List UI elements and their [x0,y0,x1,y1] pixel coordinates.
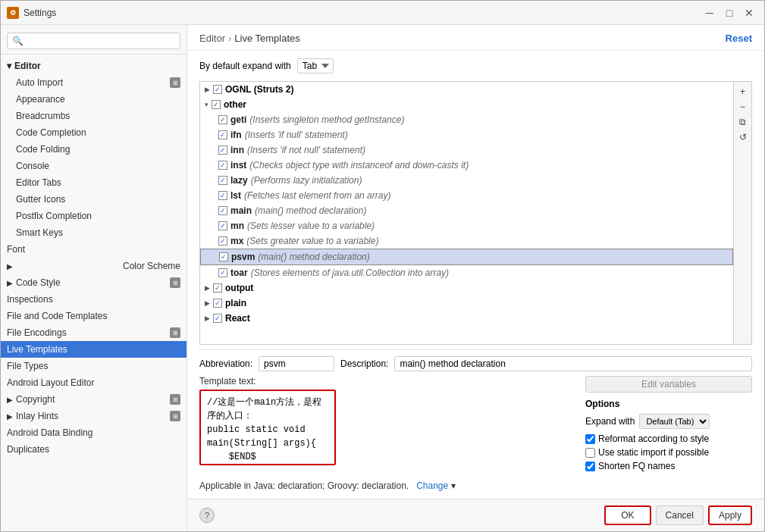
sidebar-item-breadcrumbs[interactable]: Breadcrumbs [1,108,187,124]
ognl-checkbox[interactable] [213,85,222,94]
mn-checkbox[interactable] [218,221,227,230]
minimize-button[interactable]: ─ [701,4,719,22]
group-output[interactable]: ▶ output [200,280,733,296]
plain-checkbox[interactable] [213,299,222,308]
help-button[interactable]: ? [199,508,215,523]
sidebar-item-auto-import[interactable]: Auto Import ⊞ [1,74,187,91]
sidebar-item-color-scheme[interactable]: ▶ Color Scheme [1,258,187,274]
other-checkbox[interactable] [212,100,221,109]
description-input[interactable] [394,356,752,371]
abbreviation-input[interactable] [259,356,334,371]
add-template-button[interactable]: + [736,85,750,99]
change-arrow: ▾ [451,480,456,491]
template-main[interactable]: main (main() method declaration) [200,203,733,218]
reset-button[interactable]: Reset [726,33,752,44]
apply-button[interactable]: Apply [708,505,752,525]
toar-checkbox[interactable] [218,268,227,277]
sidebar-item-duplicates[interactable]: Duplicates [1,441,187,458]
templates-list[interactable]: ▶ OGNL (Struts 2) ▾ other [199,81,734,345]
sidebar-item-file-encodings[interactable]: File Encodings ⊞ [1,324,187,341]
inlay-hints-icon: ⊞ [170,411,180,421]
psvm-checkbox[interactable] [219,252,228,261]
template-inn[interactable]: inn (Inserts 'if not null' statement) [200,142,733,158]
output-arrow: ▶ [205,284,210,292]
code-style-icon: ⊞ [170,277,180,288]
ifn-checkbox[interactable] [218,130,227,139]
template-mx[interactable]: mx (Sets greater value to a variable) [200,233,733,249]
template-geti[interactable]: geti (Inserts singleton method getInstan… [200,112,733,127]
close-button[interactable]: ✕ [740,4,758,22]
sidebar-item-gutter-icons[interactable]: Gutter Icons [1,191,187,208]
revert-template-button[interactable]: ↺ [736,130,750,144]
geti-checkbox[interactable] [218,115,227,124]
reformat-label: Reformat according to style [598,433,709,444]
plain-name: plain [225,298,246,308]
sidebar-item-inlay-hints[interactable]: ▶ Inlay Hints ⊞ [1,408,187,424]
sidebar-item-copyright[interactable]: ▶ Copyright ⊞ [1,391,187,408]
cancel-button[interactable]: Cancel [656,505,704,525]
inn-checkbox[interactable] [218,146,227,155]
abbreviation-label: Abbreviation: [199,358,252,369]
maximize-button[interactable]: □ [720,4,738,22]
sidebar-item-font[interactable]: Font [1,241,187,258]
template-lst[interactable]: lst (Fetches last element from an array) [200,188,733,203]
edit-variables-button[interactable]: Edit variables [585,376,752,393]
sidebar-editor-group[interactable]: ▾ Editor [1,58,187,74]
shorten-fq-label: Shorten FQ names [598,461,675,471]
template-psvm[interactable]: psvm (main() method declaration) [200,249,733,265]
output-checkbox[interactable] [213,283,222,293]
sidebar-item-smart-keys[interactable]: Smart Keys [1,224,187,241]
lazy-checkbox[interactable] [218,176,227,185]
shorten-fq-row: Shorten FQ names [585,461,752,471]
options-panel: Edit variables Options Expand with Defau… [585,376,752,474]
change-link[interactable]: Change [416,480,448,491]
template-inst[interactable]: inst (Checks object type with instanceof… [200,158,733,173]
sidebar-item-postfix-completion[interactable]: Postfix Completion [1,208,187,224]
mx-checkbox[interactable] [218,236,227,246]
search-box [1,28,187,55]
sidebar-item-file-types[interactable]: File Types [1,358,187,374]
template-lazy[interactable]: lazy (Performs lazy initialization) [200,173,733,188]
content-area: Editor › Live Templates Reset By default… [187,25,764,531]
ok-button[interactable]: OK [604,505,651,525]
static-import-checkbox[interactable] [585,448,595,458]
template-ifn[interactable]: ifn (Inserts 'if null' statement) [200,127,733,142]
sidebar-item-appearance[interactable]: Appearance [1,91,187,108]
sidebar-item-editor-tabs[interactable]: Editor Tabs [1,174,187,191]
sidebar: ▾ Editor Auto Import ⊞ Appearance Breadc… [1,25,187,531]
sidebar-item-console[interactable]: Console [1,158,187,174]
content-header: Editor › Live Templates Reset [187,25,764,51]
sidebar-item-file-code-templates[interactable]: File and Code Templates [1,308,187,324]
window-title: Settings [24,8,56,18]
reformat-checkbox[interactable] [585,434,595,444]
inst-checkbox[interactable] [218,161,227,170]
expand-with-select[interactable]: Default (Tab) [639,414,710,429]
sidebar-item-live-templates[interactable]: Live Templates [1,341,187,358]
group-ognl[interactable]: ▶ OGNL (Struts 2) [200,82,733,97]
sidebar-item-android-data-binding[interactable]: Android Data Binding [1,424,187,441]
template-mn[interactable]: mn (Sets lesser value to a variable) [200,218,733,233]
group-react[interactable]: ▶ React [200,311,733,326]
main-checkbox[interactable] [218,206,227,215]
sidebar-item-inspections[interactable]: Inspections [1,291,187,308]
expand-dropdown[interactable]: Tab [297,58,334,74]
lst-checkbox[interactable] [218,191,227,200]
group-plain[interactable]: ▶ plain [200,296,733,311]
sidebar-item-code-folding[interactable]: Code Folding [1,141,187,158]
template-toar[interactable]: toar (Stores elements of java.util.Colle… [200,265,733,280]
template-text-input[interactable]: //这是一个main方法，是程序的入口： public static void … [199,390,336,465]
remove-template-button[interactable]: − [736,100,750,114]
breadcrumb-separator: › [228,33,231,44]
copy-template-button[interactable]: ⧉ [736,115,750,129]
ognl-arrow: ▶ [205,86,210,93]
group-other[interactable]: ▾ other [200,97,733,112]
sidebar-item-code-completion[interactable]: Code Completion [1,124,187,141]
action-buttons: OK Cancel Apply [604,505,752,525]
shorten-fq-checkbox[interactable] [585,462,595,471]
sidebar-item-android-layout-editor[interactable]: Android Layout Editor [1,374,187,391]
react-checkbox[interactable] [213,314,222,323]
code-style-arrow: ▶ [7,279,13,287]
applicable-text: Applicable in Java: declaration; Groovy:… [199,480,409,491]
sidebar-item-code-style[interactable]: ▶ Code Style ⊞ [1,274,187,291]
search-input[interactable] [7,33,180,49]
